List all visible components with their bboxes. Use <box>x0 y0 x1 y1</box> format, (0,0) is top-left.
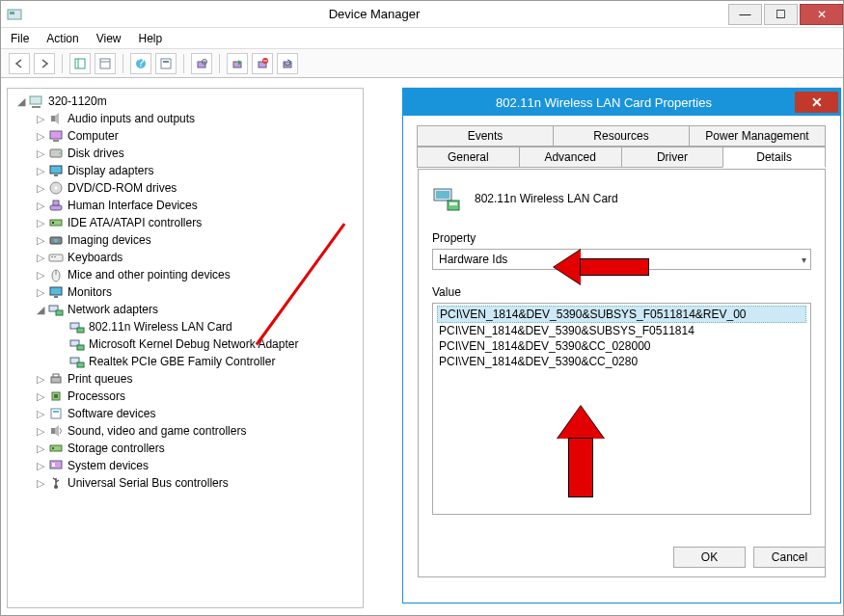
tree-item[interactable]: ◢Network adapters <box>10 301 361 318</box>
expand-icon[interactable]: ▷ <box>35 182 46 195</box>
tab-resources[interactable]: Resources <box>553 125 690 147</box>
svg-rect-17 <box>30 96 41 104</box>
expand-icon[interactable]: ▷ <box>35 200 46 212</box>
list-item[interactable]: PCI\VEN_1814&DEV_5390&CC_028000 <box>437 338 806 354</box>
svg-rect-58 <box>50 461 62 469</box>
expand-icon[interactable]: ▷ <box>35 373 46 386</box>
value-listbox[interactable]: PCI\VEN_1814&DEV_5390&SUBSYS_F0511814&RE… <box>432 303 811 515</box>
device-category-icon <box>48 128 64 144</box>
tree-item[interactable]: ▷Keyboards <box>10 249 361 266</box>
close-button[interactable]: ✕ <box>800 4 843 25</box>
scan-button[interactable] <box>191 53 212 74</box>
tree-item[interactable]: ▷Audio inputs and outputs <box>10 110 361 127</box>
list-item[interactable]: PCI\VEN_1814&DEV_5390&CC_0280 <box>437 354 806 369</box>
svg-rect-24 <box>50 166 62 174</box>
svg-rect-36 <box>54 256 56 257</box>
tree-item[interactable]: ▷Imaging devices <box>10 231 361 249</box>
tree-item[interactable]: Microsoft Kernel Debug Network Adapter <box>10 335 361 353</box>
svg-rect-34 <box>49 254 63 261</box>
svg-rect-21 <box>53 140 59 142</box>
device-category-icon <box>48 458 64 473</box>
list-item[interactable]: PCI\VEN_1814&DEV_5390&SUBSYS_F0511814&RE… <box>437 306 806 323</box>
device-category-icon <box>48 215 64 230</box>
cancel-button[interactable]: Cancel <box>753 547 826 568</box>
action-button[interactable] <box>155 53 177 74</box>
tree-item[interactable]: ▷Display adapters <box>10 162 361 179</box>
expand-icon[interactable]: ▷ <box>35 130 46 143</box>
window-titlebar: Device Manager — ☐ ✕ <box>1 1 843 28</box>
collapse-icon[interactable]: ◢ <box>15 95 27 108</box>
properties-button[interactable] <box>95 53 116 74</box>
expand-icon[interactable]: ▷ <box>35 252 46 264</box>
menu-view[interactable]: View <box>96 32 122 45</box>
expand-icon[interactable]: ▷ <box>35 408 46 420</box>
device-category-icon <box>48 250 64 265</box>
show-hide-tree-button[interactable] <box>69 53 91 74</box>
expand-icon[interactable]: ▷ <box>35 442 46 455</box>
tree-item[interactable]: 802.11n Wireless LAN Card <box>10 318 361 335</box>
device-category-icon <box>48 302 64 317</box>
expand-icon[interactable]: ▷ <box>35 113 46 125</box>
device-name-label: 802.11n Wireless LAN Card <box>475 192 618 205</box>
svg-rect-59 <box>52 463 55 467</box>
expand-icon[interactable]: ▷ <box>35 147 46 160</box>
dialog-close-button[interactable]: ✕ <box>795 92 838 113</box>
computer-icon <box>29 94 44 109</box>
expand-icon[interactable]: ▷ <box>35 234 46 247</box>
maximize-button[interactable]: ☐ <box>764 4 798 25</box>
tab-events[interactable]: Events <box>417 125 554 147</box>
minimize-button[interactable]: — <box>728 4 762 25</box>
tree-item[interactable]: ▷Storage controllers <box>10 440 361 457</box>
tree-item[interactable]: ▷Universal Serial Bus controllers <box>10 474 361 492</box>
tab-details-panel: 802.11n Wireless LAN Card Property Hardw… <box>418 169 826 577</box>
tab-details[interactable]: Details <box>722 147 826 168</box>
menu-help[interactable]: Help <box>139 32 163 45</box>
forward-button[interactable] <box>34 53 55 74</box>
tree-item[interactable]: Realtek PCIe GBE Family Controller <box>10 353 361 370</box>
tree-item[interactable]: ▷Sound, video and game controllers <box>10 422 361 440</box>
help-button[interactable]: ? <box>130 53 151 74</box>
tree-item[interactable]: ▷IDE ATA/ATAPI controllers <box>10 214 361 231</box>
svg-point-23 <box>59 152 61 154</box>
tab-driver[interactable]: Driver <box>621 147 724 168</box>
tab-general[interactable]: General <box>417 147 520 168</box>
tree-item[interactable]: ▷Disk drives <box>10 145 361 162</box>
tree-item[interactable]: ▷Software devices <box>10 405 361 422</box>
expand-icon[interactable]: ▷ <box>35 460 46 472</box>
list-item[interactable]: PCI\VEN_1814&DEV_5390&SUBSYS_F0511814 <box>437 323 806 338</box>
device-category-icon <box>48 371 64 387</box>
tree-item[interactable]: ▷Monitors <box>10 283 361 301</box>
ok-button[interactable]: OK <box>673 547 746 568</box>
tree-root[interactable]: ◢ 320-1120m <box>10 93 361 110</box>
svg-point-27 <box>55 187 58 190</box>
expand-icon[interactable]: ▷ <box>35 269 46 281</box>
expand-icon[interactable]: ▷ <box>35 165 46 177</box>
expand-icon[interactable]: ▷ <box>35 390 46 403</box>
menu-file[interactable]: File <box>11 32 29 45</box>
uninstall-button[interactable] <box>252 53 273 74</box>
tree-item[interactable]: ▷Computer <box>10 127 361 145</box>
expand-icon[interactable]: ▷ <box>35 286 46 299</box>
menu-action[interactable]: Action <box>46 32 78 45</box>
tab-power-management[interactable]: Power Management <box>689 125 826 147</box>
tree-item[interactable]: ▷Processors <box>10 388 361 405</box>
back-button[interactable] <box>9 53 30 74</box>
expand-icon[interactable]: ▷ <box>35 217 46 229</box>
tree-item[interactable]: ▷Human Interface Devices <box>10 197 361 214</box>
update-button[interactable] <box>277 53 298 74</box>
tree-item[interactable]: ▷System devices <box>10 457 361 474</box>
svg-rect-50 <box>53 374 59 377</box>
expand-icon[interactable]: ▷ <box>35 425 46 438</box>
device-category-icon <box>48 441 64 456</box>
toolbar: ? <box>1 49 843 78</box>
device-tree[interactable]: ◢ 320-1120m ▷Audio inputs and outputs▷Co… <box>7 88 364 608</box>
tab-advanced[interactable]: Advanced <box>519 147 622 168</box>
tree-item[interactable]: ▷Print queues <box>10 370 361 388</box>
svg-rect-53 <box>51 409 61 418</box>
expand-icon[interactable]: ▷ <box>35 477 46 490</box>
svg-rect-2 <box>75 59 85 68</box>
collapse-icon[interactable]: ◢ <box>35 304 46 316</box>
separator <box>183 54 184 73</box>
tree-item[interactable]: ▷DVD/CD-ROM drives <box>10 179 361 197</box>
enable-button[interactable] <box>227 53 248 74</box>
